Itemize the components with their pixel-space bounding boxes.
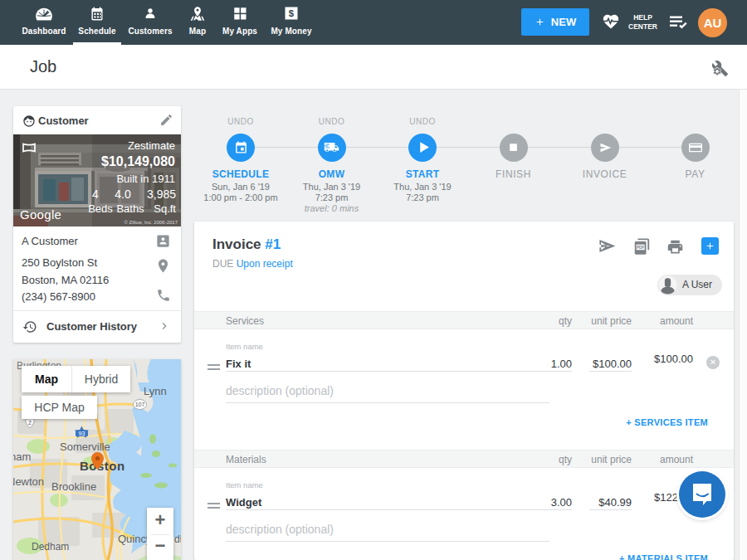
svg-text:107: 107 [135,402,145,407]
svg-text:2: 2 [28,420,32,426]
svg-text:PDF: PDF [637,246,645,250]
svg-text:93: 93 [79,431,85,436]
svg-text:$: $ [289,8,295,18]
